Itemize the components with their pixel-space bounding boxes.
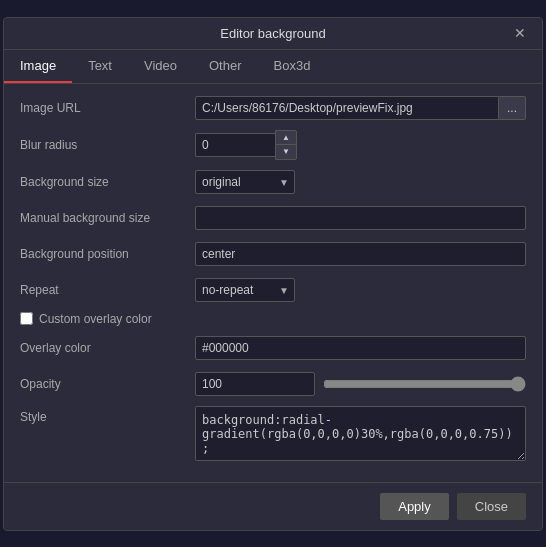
overlay-color-field-wrapper xyxy=(195,336,526,360)
close-button[interactable]: Close xyxy=(457,493,526,520)
manual-bg-size-field-wrapper xyxy=(195,206,526,230)
image-url-label: Image URL xyxy=(20,101,195,115)
opacity-input[interactable] xyxy=(195,372,315,396)
manual-bg-size-label: Manual background size xyxy=(20,211,195,225)
bg-position-field-wrapper xyxy=(195,242,526,266)
blur-radius-field-wrapper: ▲ ▼ xyxy=(195,130,526,160)
blur-radius-down-button[interactable]: ▼ xyxy=(276,145,296,159)
repeat-select-wrapper: no-repeat repeat repeat-x repeat-y ▼ xyxy=(195,278,295,302)
blur-radius-input[interactable] xyxy=(195,133,275,157)
repeat-select[interactable]: no-repeat repeat repeat-x repeat-y xyxy=(195,278,295,302)
image-url-input[interactable] xyxy=(195,96,499,120)
blur-radius-spinner-buttons: ▲ ▼ xyxy=(275,130,297,160)
manual-bg-size-input[interactable] xyxy=(195,206,526,230)
tab-other[interactable]: Other xyxy=(193,50,258,83)
blur-radius-up-button[interactable]: ▲ xyxy=(276,131,296,145)
dialog-title: Editor background xyxy=(220,26,326,41)
style-label: Style xyxy=(20,406,195,424)
manual-bg-size-row: Manual background size xyxy=(20,204,526,232)
image-url-row: Image URL ... xyxy=(20,94,526,122)
overlay-color-input[interactable] xyxy=(195,336,526,360)
bg-position-label: Background position xyxy=(20,247,195,261)
style-row: Style background:radial-gradient(rgba(0,… xyxy=(20,406,526,464)
background-size-field-wrapper: original cover contain auto ▼ xyxy=(195,170,526,194)
editor-background-dialog: Editor background ✕ Image Text Video Oth… xyxy=(3,17,543,531)
repeat-label: Repeat xyxy=(20,283,195,297)
overlay-color-label: Overlay color xyxy=(20,341,195,355)
repeat-row: Repeat no-repeat repeat repeat-x repeat-… xyxy=(20,276,526,304)
tab-content: Image URL ... Blur radius ▲ ▼ Backgr xyxy=(4,84,542,482)
blur-radius-label: Blur radius xyxy=(20,138,195,152)
title-close-button[interactable]: ✕ xyxy=(508,23,532,43)
tab-text[interactable]: Text xyxy=(72,50,128,83)
tab-bar: Image Text Video Other Box3d xyxy=(4,50,542,84)
custom-overlay-row: Custom overlay color xyxy=(20,312,526,326)
image-url-field-wrapper: ... xyxy=(195,96,526,120)
opacity-label: Opacity xyxy=(20,377,195,391)
bg-position-input[interactable] xyxy=(195,242,526,266)
background-size-label: Background size xyxy=(20,175,195,189)
style-field-wrapper: background:radial-gradient(rgba(0,0,0,0)… xyxy=(195,406,526,464)
custom-overlay-checkbox[interactable] xyxy=(20,312,33,325)
background-size-row: Background size original cover contain a… xyxy=(20,168,526,196)
repeat-field-wrapper: no-repeat repeat repeat-x repeat-y ▼ xyxy=(195,278,526,302)
dialog-footer: Apply Close xyxy=(4,482,542,530)
blur-radius-spinner: ▲ ▼ xyxy=(195,130,315,160)
bg-position-row: Background position xyxy=(20,240,526,268)
opacity-row: Opacity xyxy=(20,370,526,398)
blur-radius-row: Blur radius ▲ ▼ xyxy=(20,130,526,160)
apply-button[interactable]: Apply xyxy=(380,493,449,520)
custom-overlay-label[interactable]: Custom overlay color xyxy=(39,312,152,326)
opacity-slider[interactable] xyxy=(323,376,526,392)
overlay-color-row: Overlay color xyxy=(20,334,526,362)
tab-video[interactable]: Video xyxy=(128,50,193,83)
tab-box3d[interactable]: Box3d xyxy=(258,50,327,83)
image-url-browse-button[interactable]: ... xyxy=(499,96,526,120)
tab-image[interactable]: Image xyxy=(4,50,72,83)
style-textarea[interactable]: background:radial-gradient(rgba(0,0,0,0)… xyxy=(195,406,526,461)
background-size-select[interactable]: original cover contain auto xyxy=(195,170,295,194)
title-bar: Editor background ✕ xyxy=(4,18,542,50)
background-size-select-wrapper: original cover contain auto ▼ xyxy=(195,170,295,194)
